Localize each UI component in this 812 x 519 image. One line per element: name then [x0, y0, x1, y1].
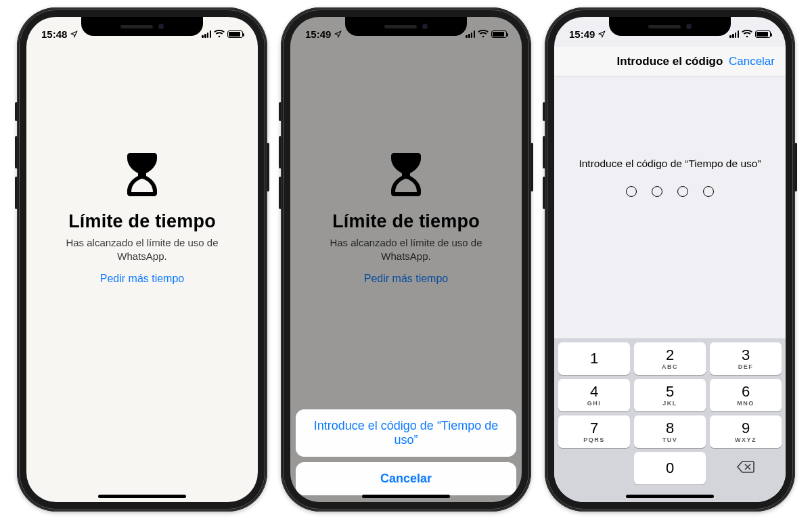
phone-frame-2: 15:49 Límite de tiempo Has alcanzado el … — [281, 7, 531, 512]
screen-action-sheet: 15:49 Límite de tiempo Has alcanzado el … — [290, 17, 522, 502]
passcode-dots — [626, 186, 714, 197]
battery-icon — [755, 30, 771, 38]
backspace-icon — [736, 460, 755, 476]
passcode-dot — [677, 186, 688, 197]
cellular-signal-icon — [466, 30, 475, 38]
battery-icon — [491, 30, 507, 38]
keypad-key-1[interactable]: 1 — [558, 342, 630, 375]
action-sheet: Introduce el código de “Tiempo de uso” C… — [296, 409, 516, 495]
location-icon — [334, 28, 342, 40]
cellular-signal-icon — [202, 30, 211, 38]
passcode-dot — [626, 186, 637, 197]
battery-icon — [227, 30, 243, 38]
navbar-title: Introduce el código — [617, 55, 723, 68]
status-time: 15:49 — [569, 28, 595, 40]
location-icon — [598, 28, 606, 40]
phone-frame-1: 15:48 Límite de tiempo Has alcanzado el … — [17, 7, 267, 512]
ask-more-time-link[interactable]: Pedir más tiempo — [100, 273, 185, 285]
numeric-keypad: 1 2ABC 3DEF 4GHI 5JKL 6MNO 7PQRS 8TUV 9W… — [554, 338, 786, 502]
limit-title: Límite de tiempo — [68, 211, 216, 232]
passcode-dot — [652, 186, 662, 197]
keypad-key-9[interactable]: 9WXYZ — [710, 415, 782, 448]
keypad-key-2[interactable]: 2ABC — [634, 342, 706, 375]
screen-passcode-entry: 15:49 Introduce el código Cancelar Intro… — [554, 17, 786, 502]
notch — [345, 17, 467, 36]
keypad-key-7[interactable]: 7PQRS — [558, 415, 630, 448]
keypad-key-3[interactable]: 3DEF — [710, 342, 782, 375]
wifi-icon — [214, 28, 225, 40]
home-indicator[interactable] — [626, 495, 714, 498]
sheet-option-enter-code[interactable]: Introduce el código de “Tiempo de uso” — [296, 409, 516, 457]
keypad-backspace[interactable] — [710, 452, 782, 484]
passcode-navbar: Introduce el código Cancelar — [554, 47, 786, 76]
keypad-key-6[interactable]: 6MNO — [710, 379, 782, 411]
limit-subtitle: Has alcanzado el límite de uso de WhatsA… — [47, 236, 238, 264]
sheet-cancel-button[interactable]: Cancelar — [296, 462, 516, 495]
notch — [81, 17, 203, 36]
home-indicator[interactable] — [362, 495, 450, 498]
keypad-key-4[interactable]: 4GHI — [558, 379, 630, 411]
home-indicator[interactable] — [98, 495, 186, 498]
keypad-key-5[interactable]: 5JKL — [634, 379, 706, 411]
passcode-dot — [703, 186, 714, 197]
location-icon — [70, 28, 78, 40]
cellular-signal-icon — [729, 30, 739, 38]
screen-time-limit: 15:48 Límite de tiempo Has alcanzado el … — [26, 17, 258, 502]
keypad-key-0[interactable]: 0 — [634, 452, 706, 484]
navbar-cancel-button[interactable]: Cancelar — [729, 55, 775, 68]
wifi-icon — [478, 28, 489, 40]
hourglass-icon — [125, 153, 160, 199]
status-time: 15:49 — [305, 28, 331, 40]
passcode-prompt: Introduce el código de “Tiempo de uso” — [579, 158, 761, 170]
phone-frame-3: 15:49 Introduce el código Cancelar Intro… — [545, 7, 795, 512]
wifi-icon — [742, 28, 752, 40]
keypad-spacer — [558, 452, 630, 484]
notch — [609, 17, 731, 36]
keypad-key-8[interactable]: 8TUV — [634, 415, 706, 448]
status-time: 15:48 — [41, 28, 67, 40]
